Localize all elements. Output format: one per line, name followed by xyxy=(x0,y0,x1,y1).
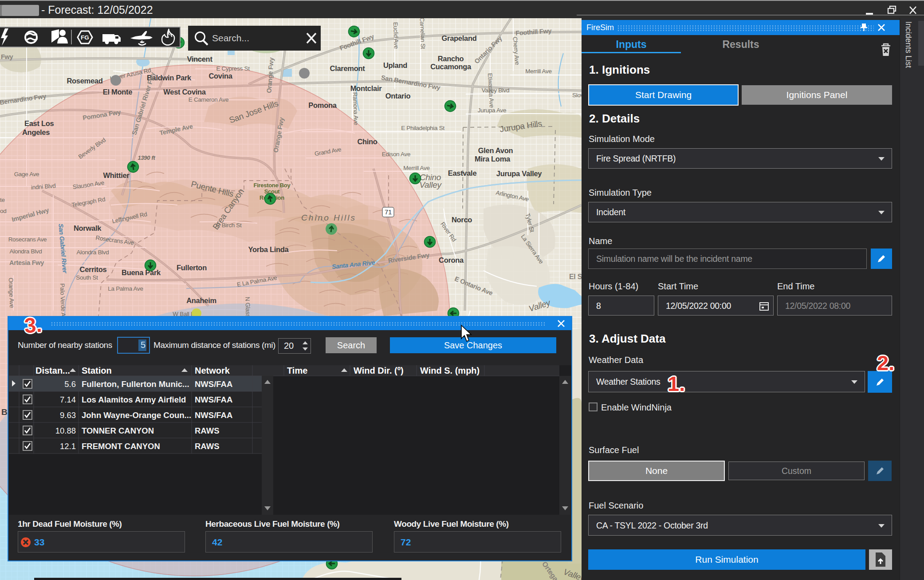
svg-text:N Glass: N Glass xyxy=(244,297,252,318)
svg-text:10.88: 10.88 xyxy=(55,426,76,435)
svg-text:Rosemead: Rosemead xyxy=(67,77,102,85)
svg-text:Euclid Ave: Euclid Ave xyxy=(392,22,400,49)
svg-text:NWS/FAA: NWS/FAA xyxy=(195,410,232,420)
svg-text:Alondra Blvd: Alondra Blvd xyxy=(10,248,42,255)
svg-text:South St: South St xyxy=(76,274,98,281)
svg-text:John Wayne-Orange Coun...: John Wayne-Orange Coun... xyxy=(82,410,191,420)
svg-text:Montclair: Montclair xyxy=(350,84,382,92)
svg-text:Ramona Ave: Ramona Ave xyxy=(352,92,360,126)
svg-text:Station: Station xyxy=(82,366,112,375)
svg-text:Chino: Chino xyxy=(357,138,377,146)
svg-text:Time: Time xyxy=(287,366,307,375)
svg-text:Fwy: Fwy xyxy=(1,53,13,60)
svg-text:NWS/FAA: NWS/FAA xyxy=(195,379,232,389)
svg-text:E Cameron Ave: E Cameron Ave xyxy=(189,96,228,103)
svg-text:Merrill Ave: Merrill Ave xyxy=(525,68,551,75)
svg-text:Rosecrans Ave: Rosecrans Ave xyxy=(8,236,47,243)
svg-text:Valley: Valley xyxy=(419,180,442,189)
svg-text:Fullerton: Fullerton xyxy=(177,264,207,272)
svg-text:Buena Park: Buena Park xyxy=(122,268,161,276)
svg-text:Gage Ave: Gage Ave xyxy=(14,171,39,178)
svg-text:Cucamonga: Cucamonga xyxy=(430,63,472,71)
svg-text:Ontario: Ontario xyxy=(385,92,411,100)
svg-text:Whittier: Whittier xyxy=(103,171,130,179)
svg-text:Cerritos: Cerritos xyxy=(80,265,107,273)
svg-text:Claremont: Claremont xyxy=(330,64,366,72)
svg-text:E Cypress St: E Cypress St xyxy=(216,65,250,72)
svg-text:Orange Ave: Orange Ave xyxy=(8,278,15,308)
svg-text:El S: El S xyxy=(569,273,582,280)
svg-text:Chino Hills: Chino Hills xyxy=(301,213,356,222)
svg-text:Norwalk: Norwalk xyxy=(74,224,102,232)
svg-text:Covina: Covina xyxy=(208,72,232,80)
svg-text:La Palma Ave: La Palma Ave xyxy=(108,285,143,292)
svg-text:Yorba Linda: Yorba Linda xyxy=(248,245,289,253)
svg-text:Slov: Slov xyxy=(572,92,582,99)
svg-text:9.63: 9.63 xyxy=(60,410,76,420)
svg-text:Pomona: Pomona xyxy=(308,101,337,109)
svg-text:El Monte: El Monte xyxy=(103,88,132,96)
svg-text:Palo Verde A: Palo Verde A xyxy=(59,283,67,316)
svg-text:Grapeland: Grapeland xyxy=(442,34,477,42)
svg-text:7.14: 7.14 xyxy=(60,395,76,404)
svg-text:Alondra Blvd: Alondra Blvd xyxy=(77,249,109,256)
svg-text:Los Alamitos Army Airfield: Los Alamitos Army Airfield xyxy=(82,395,186,404)
svg-text:FG: FG xyxy=(81,34,89,41)
svg-text:1390 ft: 1390 ft xyxy=(138,154,155,161)
svg-text:Edison Ave: Edison Ave xyxy=(382,151,410,158)
svg-text:Corona: Corona xyxy=(439,256,464,264)
svg-text:Merrill Ave: Merrill Ave xyxy=(403,165,429,171)
svg-text:Angeles: Angeles xyxy=(22,128,50,136)
svg-text:Eastvale: Eastvale xyxy=(448,169,477,177)
svg-text:Fullerton, Fullerton Munic...: Fullerton, Fullerton Munic... xyxy=(82,379,189,389)
svg-text:Mira Loma: Mira Loma xyxy=(475,155,511,163)
svg-text:Artesia Fwy: Artesia Fwy xyxy=(9,259,44,266)
svg-text:TONNER CANYON: TONNER CANYON xyxy=(82,426,154,435)
svg-text:E Philadelphia St: E Philadelphia St xyxy=(401,125,444,131)
svg-text:Vincent: Vincent xyxy=(187,55,212,63)
svg-text:12.1: 12.1 xyxy=(60,442,76,451)
svg-text:Jurupa Ave: Jurupa Ave xyxy=(478,107,506,114)
svg-text:Upland: Upland xyxy=(383,61,407,69)
svg-text:Norco: Norco xyxy=(452,216,472,224)
svg-text:Jurupa Valley: Jurupa Valley xyxy=(496,170,543,178)
svg-text:Rancho: Rancho xyxy=(438,55,464,63)
svg-text:Distan...: Distan... xyxy=(35,366,70,375)
svg-text:NWS/FAA: NWS/FAA xyxy=(195,395,232,404)
svg-text:East Los: East Los xyxy=(24,119,54,127)
svg-text:Valley Blvd: Valley Blvd xyxy=(482,87,509,94)
svg-text:RAWS: RAWS xyxy=(195,426,220,435)
svg-text:te: te xyxy=(0,197,5,203)
svg-text:5.6: 5.6 xyxy=(64,379,76,389)
svg-text:West Covina: West Covina xyxy=(163,88,206,96)
svg-text:Wind S. (mph): Wind S. (mph) xyxy=(420,366,480,375)
svg-text:71: 71 xyxy=(385,208,392,216)
svg-text:od: od xyxy=(0,208,6,214)
svg-text:Network: Network xyxy=(195,366,230,375)
svg-text:Glen Avon: Glen Avon xyxy=(478,146,513,154)
svg-text:Carnelian St: Carnelian St xyxy=(419,18,426,49)
svg-text:RAWS: RAWS xyxy=(195,442,220,451)
svg-text:FREMONT CANYON: FREMONT CANYON xyxy=(82,442,160,451)
svg-text:Anaheim: Anaheim xyxy=(186,296,216,304)
svg-text:Wind Dir. (º): Wind Dir. (º) xyxy=(354,366,404,375)
svg-text:Firestone Boy: Firestone Boy xyxy=(254,182,291,189)
